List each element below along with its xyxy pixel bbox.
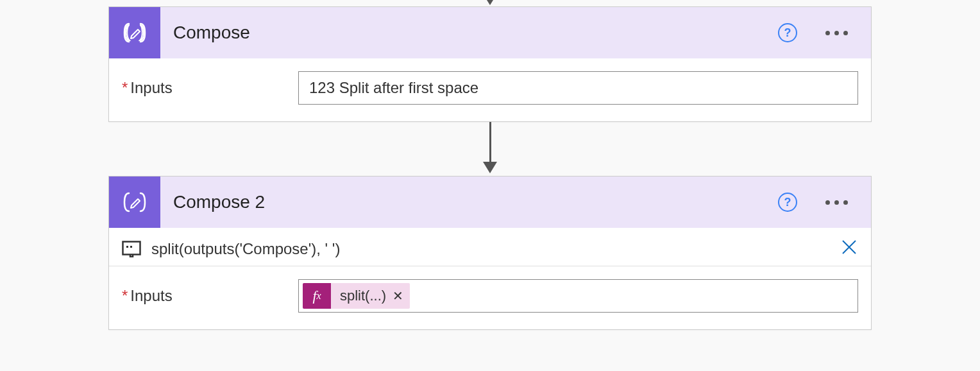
step-header[interactable]: Compose ? (109, 7, 871, 58)
connector-arrow (483, 122, 497, 176)
compose-icon (109, 7, 160, 58)
inputs-field[interactable]: 123 Split after first space (298, 71, 858, 105)
token-label: split(...) (331, 288, 393, 304)
fx-icon: fx (303, 283, 331, 309)
step-title: Compose 2 (173, 192, 265, 212)
expression-peek-row: split(outputs('Compose'), ' ') (109, 228, 871, 266)
inputs-label: *Inputs (122, 287, 298, 305)
compose-icon (109, 177, 160, 228)
expression-token[interactable]: fx split(...) ✕ (303, 283, 410, 309)
more-menu-button[interactable] (820, 195, 853, 210)
inputs-label: *Inputs (122, 79, 298, 97)
peek-code-icon (122, 241, 141, 257)
remove-token-button[interactable]: ✕ (393, 288, 410, 304)
step-header[interactable]: Compose 2 ? (109, 177, 871, 228)
expression-text: split(outputs('Compose'), ' ') (151, 240, 830, 258)
step-compose: Compose ? *Inputs 123 Split after first … (108, 6, 872, 122)
help-button[interactable]: ? (778, 23, 797, 42)
help-button[interactable]: ? (778, 193, 797, 212)
flow-canvas: Compose ? *Inputs 123 Split after first … (0, 0, 980, 330)
step-title: Compose (173, 22, 250, 43)
close-peek-button[interactable] (840, 238, 858, 259)
svg-rect-0 (123, 241, 140, 254)
svg-rect-2 (130, 246, 132, 248)
more-menu-button[interactable] (820, 26, 853, 40)
svg-rect-1 (126, 246, 128, 248)
inputs-field[interactable]: fx split(...) ✕ (298, 279, 858, 313)
step-compose-2: Compose 2 ? split(outputs('Compose') (108, 176, 872, 330)
